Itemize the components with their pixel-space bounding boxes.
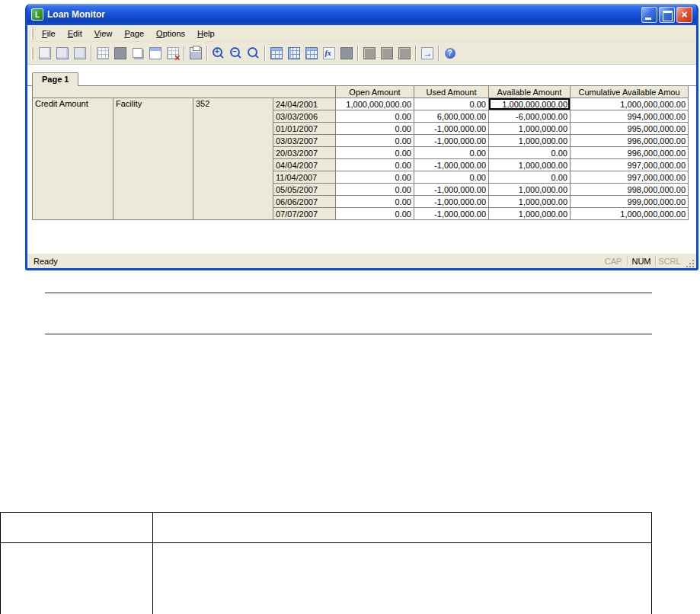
row-label-facility-id[interactable]: 352 [193, 98, 273, 220]
date-cell[interactable]: 06/06/2007 [273, 196, 336, 208]
open-report-button[interactable] [53, 44, 71, 62]
block-b-button[interactable] [378, 44, 395, 62]
paste-grid-button[interactable] [146, 44, 164, 62]
maximize-button[interactable] [659, 7, 675, 23]
menu-grip[interactable] [31, 27, 34, 40]
open-amount-cell[interactable]: 0.00 [336, 135, 414, 147]
close-button[interactable] [676, 7, 692, 23]
zoom-custom-button[interactable] [245, 44, 262, 62]
used-amount-cell[interactable]: -1,000,000.00 [414, 123, 489, 135]
tab-page-1[interactable]: Page 1 [32, 72, 78, 86]
delete-grid-icon [167, 47, 179, 59]
block-c-button[interactable] [395, 44, 413, 62]
date-cell[interactable]: 01/01/2007 [273, 123, 336, 135]
cumulative-available-cell[interactable]: 996,000,000.00 [571, 147, 689, 159]
date-cell[interactable]: 04/04/2007 [273, 159, 336, 171]
minimize-button[interactable] [641, 7, 657, 23]
app-icon[interactable]: L [31, 8, 43, 21]
available-amount-cell-selected[interactable]: 1,000,000,000.00 [489, 98, 571, 110]
col-header-cumulative-available: Cumulative Available Amou [571, 86, 689, 98]
open-amount-cell[interactable]: 0.00 [336, 208, 414, 220]
open-amount-cell[interactable]: 0.00 [336, 110, 414, 123]
cumulative-available-cell[interactable]: 997,000,000.00 [571, 171, 689, 184]
cumulative-available-cell[interactable]: 995,000,000.00 [571, 123, 689, 135]
row-label-facility[interactable]: Facility [113, 98, 193, 220]
save-report-button[interactable] [71, 44, 88, 62]
used-amount-cell[interactable]: -1,000,000.00 [414, 208, 489, 220]
title-bar[interactable]: L Loan Monitor [27, 4, 696, 25]
delete-grid-button[interactable] [164, 44, 181, 62]
cumulative-available-cell[interactable]: 994,000,000.00 [571, 110, 689, 123]
cumulative-available-cell[interactable]: 996,000,000.00 [571, 135, 689, 147]
chart-button[interactable] [337, 44, 355, 62]
loan-monitor-window: L Loan Monitor File Edit View Page Optio… [25, 4, 698, 270]
table-rows-button[interactable] [302, 44, 320, 62]
toolbar-separator [264, 46, 265, 61]
open-amount-cell[interactable]: 0.00 [336, 147, 414, 159]
cumulative-available-cell[interactable]: 998,000,000.00 [571, 184, 689, 196]
menu-edit[interactable]: Edit [62, 27, 88, 40]
copy-grid-button[interactable] [129, 44, 146, 62]
row-label-credit-amount[interactable]: Credit Amount [33, 98, 113, 220]
formula-button[interactable] [320, 44, 337, 62]
go-button[interactable] [418, 44, 436, 62]
menu-bar: File Edit View Page Options Help [27, 25, 696, 42]
toolbar-separator [184, 46, 184, 61]
cumulative-available-cell[interactable]: 997,000,000.00 [571, 159, 689, 171]
date-cell[interactable]: 20/03/2007 [273, 147, 336, 159]
menu-help[interactable]: Help [191, 27, 221, 40]
available-amount-cell[interactable]: 1,000,000.00 [489, 184, 571, 196]
tab-strip: Page 1 [27, 65, 696, 86]
used-amount-cell[interactable]: -1,000,000.00 [414, 184, 489, 196]
available-amount-cell[interactable]: 1,000,000.00 [489, 159, 571, 171]
menu-view[interactable]: View [88, 27, 119, 40]
used-amount-cell[interactable]: -1,000,000.00 [414, 159, 489, 171]
table-button[interactable] [267, 44, 285, 62]
date-cell[interactable]: 07/07/2007 [273, 208, 336, 220]
date-cell[interactable]: 11/04/2007 [273, 171, 336, 184]
grid-icon [97, 47, 109, 59]
zoom-in-button[interactable] [209, 44, 227, 62]
open-amount-cell[interactable]: 0.00 [336, 196, 414, 208]
table-columns-button[interactable] [285, 44, 302, 62]
available-amount-cell[interactable]: 1,000,000.00 [489, 208, 571, 220]
available-amount-cell[interactable]: 0.00 [489, 171, 571, 184]
open-amount-cell[interactable]: 0.00 [336, 184, 414, 196]
used-amount-cell[interactable]: 0.00 [414, 147, 489, 159]
open-amount-cell[interactable]: 1,000,000,000.00 [336, 98, 414, 110]
open-amount-cell[interactable]: 0.00 [336, 123, 414, 135]
fill-grid-icon [114, 47, 126, 59]
zoom-out-button[interactable] [227, 44, 245, 62]
used-amount-cell[interactable]: 0.00 [414, 171, 489, 184]
date-cell[interactable]: 24/04/2001 [273, 98, 336, 110]
available-amount-cell[interactable]: 1,000,000.00 [489, 196, 571, 208]
menu-page[interactable]: Page [118, 27, 150, 40]
block-a-button[interactable] [360, 44, 378, 62]
available-amount-cell[interactable]: -6,000,000.00 [489, 110, 571, 123]
open-amount-cell[interactable]: 0.00 [336, 159, 414, 171]
date-cell[interactable]: 03/03/2007 [273, 135, 336, 147]
help-button[interactable] [441, 44, 459, 62]
cumulative-available-cell[interactable]: 1,000,000,000.00 [571, 98, 689, 110]
toolbar-grip[interactable] [31, 47, 34, 59]
available-amount-cell[interactable]: 1,000,000.00 [489, 135, 571, 147]
date-cell[interactable]: 05/05/2007 [273, 184, 336, 196]
available-amount-cell[interactable]: 1,000,000.00 [489, 123, 571, 135]
resize-grip[interactable] [685, 258, 695, 268]
cumulative-available-cell[interactable]: 1,000,000,000.00 [571, 208, 689, 220]
fill-grid-button[interactable] [111, 44, 129, 62]
open-amount-cell[interactable]: 0.00 [336, 171, 414, 184]
available-amount-cell[interactable]: 0.00 [489, 147, 571, 159]
grid-button[interactable] [94, 44, 111, 62]
used-amount-cell[interactable]: 0.00 [414, 98, 489, 110]
menu-file[interactable]: File [36, 27, 62, 40]
print-button[interactable] [187, 44, 204, 62]
used-amount-cell[interactable]: -1,000,000.00 [414, 135, 489, 147]
cumulative-available-cell[interactable]: 999,000,000.00 [571, 196, 689, 208]
used-amount-cell[interactable]: 6,000,000.00 [414, 110, 489, 123]
menu-options[interactable]: Options [150, 27, 191, 40]
new-report-button[interactable] [36, 44, 53, 62]
used-amount-cell[interactable]: -1,000,000.00 [414, 196, 489, 208]
scroll-lock-indicator: SCRL [656, 257, 683, 266]
date-cell[interactable]: 03/03/2006 [273, 110, 336, 123]
